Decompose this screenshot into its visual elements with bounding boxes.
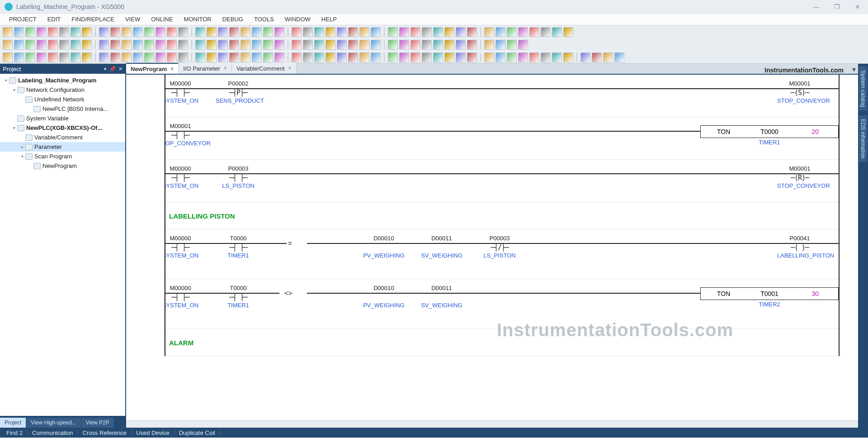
project-tree[interactable]: ▾Labeling_Machine_Program▾Network Config…: [0, 74, 125, 416]
toolbar-button[interactable]: [110, 40, 120, 50]
toolbar-button[interactable]: [99, 27, 109, 37]
tabs-overflow-icon[interactable]: ▾: [850, 65, 858, 74]
tree-item[interactable]: ▾Labeling_Machine_Program: [0, 76, 125, 85]
toolbar-button[interactable]: [563, 27, 573, 37]
ladder-contact[interactable]: M00000─┤ ├─SYSTEM_ON: [162, 165, 198, 189]
toolbar-button[interactable]: [274, 27, 284, 37]
rung[interactable]: 21M00000─┤ ├─SYSTEM_ONT0000─┤ ├─TIMER1D0…: [126, 229, 840, 279]
toolbar-button[interactable]: [518, 27, 528, 37]
toolbar-button[interactable]: [14, 52, 24, 62]
toolbar-button[interactable]: [359, 52, 369, 62]
toolbar-button[interactable]: [229, 27, 239, 37]
rung[interactable]: 27M00000─┤ ├─SYSTEM_ONT0000─┤ ├─TIMER1D0…: [126, 279, 840, 329]
menu-online[interactable]: ONLINE: [146, 14, 178, 25]
toolbar-button[interactable]: [263, 52, 273, 62]
toolbar-button[interactable]: [603, 52, 613, 62]
toolbar-button[interactable]: [495, 40, 505, 50]
toolbar-button[interactable]: [371, 40, 381, 50]
toolbar-button[interactable]: [71, 27, 80, 37]
side-tab[interactable]: EDS information: [859, 115, 867, 162]
toolbar-button[interactable]: [71, 40, 80, 50]
toolbar-button[interactable]: [433, 27, 443, 37]
tree-item[interactable]: NewProgram: [0, 161, 125, 171]
toolbar-button[interactable]: [59, 27, 69, 37]
ladder-editor[interactable]: 10M00000─┤ ├─SYSTEM_ONP00002─┤P├─SENS_PR…: [126, 75, 858, 420]
toolbar-button[interactable]: [456, 27, 466, 37]
toolbar-button[interactable]: [195, 52, 205, 62]
toolbar-button[interactable]: [314, 27, 324, 37]
toolbar-button[interactable]: [3, 40, 13, 50]
toolbar-button[interactable]: [592, 52, 602, 62]
tree-item[interactable]: NewPLC [B0S0 Interna...: [0, 104, 125, 114]
toolbar-button[interactable]: [292, 52, 302, 62]
toolbar-button[interactable]: [59, 40, 69, 50]
toolbar-button[interactable]: [178, 27, 188, 37]
rung[interactable]: 14M00001─┤ ├─STOP_CONVEYORTONT000020TIME…: [126, 117, 840, 160]
toolbar-button[interactable]: [359, 27, 369, 37]
toolbar-button[interactable]: [167, 40, 177, 50]
toolbar-button[interactable]: [552, 52, 562, 62]
toolbar-button[interactable]: [507, 27, 517, 37]
ladder-contact[interactable]: T0000─┤ ├─TIMER1: [220, 235, 256, 259]
toolbar-button[interactable]: [399, 52, 409, 62]
doc-tab[interactable]: I/O Parameter×: [179, 63, 232, 74]
close-tab-icon[interactable]: ×: [288, 65, 292, 71]
panel-dropdown-icon[interactable]: ▾: [104, 66, 107, 72]
ladder-coil[interactable]: M00001─(R)─STOP_CONVEYOR: [782, 165, 818, 189]
toolbar-button[interactable]: [444, 27, 454, 37]
toolbar-button[interactable]: [195, 40, 205, 50]
tree-item[interactable]: ▾Network Configuration: [0, 85, 125, 95]
menu-tools[interactable]: TOOLS: [249, 14, 279, 25]
toolbar-button[interactable]: [229, 40, 239, 50]
toolbar-button[interactable]: [14, 40, 24, 50]
toolbar-button[interactable]: [263, 27, 273, 37]
toolbar-button[interactable]: [48, 40, 58, 50]
toolbar-button[interactable]: [337, 40, 347, 50]
toolbar-button[interactable]: [122, 27, 132, 37]
toolbar-button[interactable]: [99, 52, 109, 62]
toolbar-button[interactable]: [156, 40, 165, 50]
toolbar-button[interactable]: [144, 27, 154, 37]
toolbar-button[interactable]: [25, 52, 35, 62]
toolbar-button[interactable]: [456, 40, 466, 50]
doc-tab[interactable]: Variable/Comment×: [232, 63, 297, 74]
toolbar-button[interactable]: [303, 40, 313, 50]
instruction-box[interactable]: TONT000130: [700, 287, 839, 300]
toolbar-button[interactable]: [541, 52, 551, 62]
toolbar-button[interactable]: [563, 52, 573, 62]
toolbar-button[interactable]: [303, 52, 313, 62]
toolbar-button[interactable]: [37, 40, 47, 50]
toolbar-button[interactable]: [314, 40, 324, 50]
toolbar-button[interactable]: [274, 52, 284, 62]
tree-item[interactable]: Undefined Network: [0, 95, 125, 104]
toolbar-button[interactable]: [541, 27, 551, 37]
tree-item[interactable]: System Variable: [0, 114, 125, 123]
menu-debug[interactable]: DEBUG: [217, 14, 249, 25]
side-tab[interactable]: System catalog: [859, 67, 867, 111]
rung[interactable]: 17M00000─┤ ├─SYSTEM_ONP00003─┤ ├─LS_PIST…: [126, 160, 840, 202]
toolbar-button[interactable]: [133, 40, 143, 50]
toolbar-button[interactable]: [133, 52, 143, 62]
toolbar-button[interactable]: [82, 52, 92, 62]
toolbar-button[interactable]: [144, 40, 154, 50]
toolbar-button[interactable]: [71, 52, 80, 62]
toolbar-button[interactable]: [314, 52, 324, 62]
toolbar-button[interactable]: [3, 52, 13, 62]
toolbar-button[interactable]: [467, 27, 477, 37]
toolbar-button[interactable]: [518, 40, 528, 50]
toolbar-button[interactable]: [529, 52, 539, 62]
toolbar-button[interactable]: [37, 27, 47, 37]
toolbar-button[interactable]: [614, 52, 624, 62]
toolbar-button[interactable]: [467, 40, 477, 50]
toolbar-button[interactable]: [156, 27, 165, 37]
toolbar-button[interactable]: [82, 40, 92, 50]
panel-close-icon[interactable]: ✕: [118, 66, 123, 72]
ladder-contact[interactable]: M00001─┤ ├─STOP_CONVEYOR: [162, 123, 198, 147]
rung-comment[interactable]: CommentLABELLING PISTON: [126, 202, 840, 229]
toolbar-button[interactable]: [252, 52, 262, 62]
toolbar-button[interactable]: [207, 40, 217, 50]
toolbar-button[interactable]: [552, 27, 562, 37]
rung[interactable]: 10M00000─┤ ├─SYSTEM_ONP00002─┤P├─SENS_PR…: [126, 75, 840, 117]
toolbar-button[interactable]: [274, 40, 284, 50]
toolbar-button[interactable]: [3, 27, 13, 37]
